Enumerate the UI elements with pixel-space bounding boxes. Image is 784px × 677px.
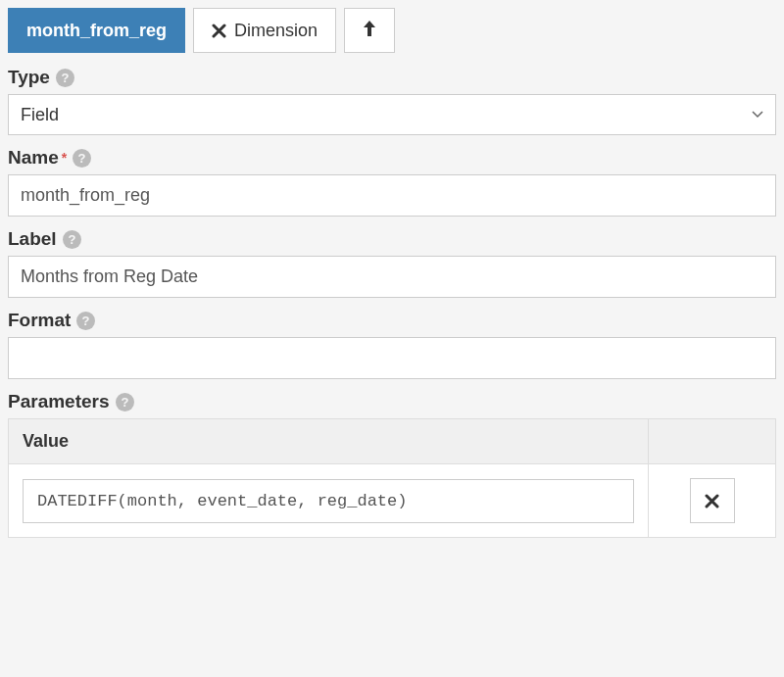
field-type-group: Type ? Field [8, 67, 776, 135]
field-name-label-row: Name* ? [8, 147, 776, 169]
field-format-label-row: Format ? [8, 310, 776, 331]
type-select[interactable]: Field [8, 94, 776, 135]
parameters-heading: Parameters [8, 391, 110, 412]
parameter-value-input[interactable] [23, 479, 634, 523]
svg-text:?: ? [61, 71, 69, 85]
tab-dimension-label: Dimension [234, 21, 318, 41]
tab-dimension[interactable]: Dimension [193, 8, 336, 53]
field-label-group: Label ? [8, 228, 776, 298]
label-input[interactable] [8, 256, 776, 298]
help-icon[interactable]: ? [63, 230, 81, 249]
format-input[interactable] [8, 337, 776, 379]
parameters-action-header [649, 419, 776, 464]
tab-row: month_from_reg Dimension [8, 8, 776, 53]
parameter-value-cell [9, 464, 649, 538]
field-type-label-row: Type ? [8, 67, 776, 88]
parameters-heading-row: Parameters ? [8, 391, 776, 412]
arrow-up-icon [363, 20, 376, 42]
help-icon[interactable]: ? [56, 69, 74, 87]
svg-text:?: ? [121, 395, 128, 410]
close-icon [212, 24, 226, 38]
field-format-group: Format ? [8, 310, 776, 379]
parameters-column-header: Value [9, 419, 649, 464]
required-asterisk: * [62, 150, 67, 166]
parameters-table: Value [8, 418, 776, 538]
delete-parameter-button[interactable] [690, 478, 735, 523]
type-label: Type [8, 67, 50, 88]
tab-main[interactable]: month_from_reg [8, 8, 185, 53]
close-icon [705, 494, 719, 508]
field-name-group: Name* ? [8, 147, 776, 217]
name-label: Name [8, 147, 59, 169]
parameter-action-cell [649, 464, 776, 538]
field-label-label-row: Label ? [8, 228, 776, 250]
table-row [9, 464, 776, 538]
label-label: Label [8, 228, 57, 250]
help-icon[interactable]: ? [73, 149, 91, 168]
format-label: Format [8, 310, 71, 331]
svg-text:?: ? [82, 314, 90, 328]
name-input[interactable] [8, 174, 776, 217]
svg-text:?: ? [68, 232, 75, 247]
move-up-button[interactable] [344, 8, 395, 53]
svg-text:?: ? [78, 151, 86, 166]
tab-main-label: month_from_reg [26, 21, 167, 41]
help-icon[interactable]: ? [76, 312, 95, 330]
help-icon[interactable]: ? [116, 393, 134, 411]
parameters-group: Parameters ? Value [8, 391, 776, 538]
